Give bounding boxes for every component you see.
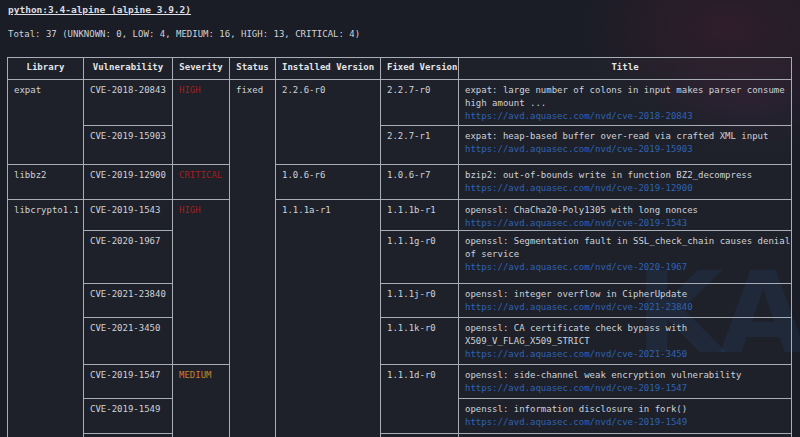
col-header-installed-version: Installed Version	[276, 58, 381, 80]
vulnerability-summary: Total: 37 (UNKNOWN: 0, LOW: 4, MEDIUM: 1…	[8, 29, 360, 39]
advisory-link[interactable]: https://avd.aquasec.com/nvd/cve-2019-154…	[465, 218, 687, 228]
severity-cell: HIGH	[173, 80, 230, 165]
severity-cell: MEDIUM	[173, 365, 230, 437]
vulnerability-id-cell: CVE-2021-23840	[84, 284, 173, 318]
title-cell	[459, 434, 792, 437]
title-cell: openssl: ChaCha20-Poly1305 with long non…	[459, 200, 792, 231]
title-cell: bzip2: out-of-bounds write in function B…	[459, 165, 792, 200]
vulnerability-id-cell: CVE-2020-1967	[84, 231, 173, 284]
col-header-title: Title	[459, 58, 792, 80]
title-cell: openssl: CA certificate check bypass wit…	[459, 318, 792, 365]
title-cell: openssl: Segmentation fault in SSL_check…	[459, 231, 792, 284]
table-row: libcrypto1.1 CVE-2019-1543 HIGH 1.1.1a-r…	[8, 200, 792, 231]
table-row: expat CVE-2018-20843 HIGH fixed 2.2.6-r0…	[8, 80, 792, 126]
installed-version-cell: 2.2.6-r0	[276, 80, 381, 165]
fixed-version-cell: 1.1.1g-r0	[381, 231, 459, 284]
title-text: expat: heap-based buffer over-read via c…	[465, 130, 785, 143]
title-text: openssl: CA certificate check bypass wit…	[465, 322, 785, 335]
installed-version-cell: 1.1.1a-r1	[276, 200, 381, 437]
title-text: openssl: integer overflow in CipherUpdat…	[465, 288, 785, 301]
table-header-row: Library Vulnerability Severity Status In…	[8, 58, 792, 80]
status-cell: fixed	[230, 80, 276, 437]
title-text: of service	[465, 248, 785, 261]
title-text: openssl: side-channel weak encryption vu…	[465, 369, 785, 382]
advisory-link[interactable]: https://avd.aquasec.com/nvd/cve-2019-154…	[465, 383, 687, 393]
vulnerability-id-cell: CVE-2018-20843	[84, 80, 173, 126]
table-row: CVE-2021-3450 1.1.1k-r0 openssl: CA cert…	[8, 318, 792, 365]
advisory-link[interactable]: https://avd.aquasec.com/nvd/cve-2019-129…	[465, 183, 693, 193]
fixed-version-cell: 1.1.1k-r0	[381, 318, 459, 365]
table-row: CVE-2019-15903 2.2.7-r1 expat: heap-base…	[8, 126, 792, 165]
vulnerability-table: Library Vulnerability Severity Status In…	[7, 57, 792, 437]
advisory-link[interactable]: https://avd.aquasec.com/nvd/cve-2018-208…	[465, 111, 693, 121]
fixed-version-cell: 2.2.7-r0	[381, 80, 459, 126]
col-header-severity: Severity	[173, 58, 230, 80]
library-cell: libbz2	[8, 165, 84, 200]
fixed-version-cell: 1.1.1d-r0	[381, 365, 459, 434]
fixed-version-cell: 2.2.7-r1	[381, 126, 459, 165]
vulnerability-id-cell: CVE-2019-1549	[84, 399, 173, 434]
title-text: high amount ...	[465, 97, 785, 110]
title-cell: openssl: integer overflow in CipherUpdat…	[459, 284, 792, 318]
fixed-version-cell: 1.1.1b-r1	[381, 200, 459, 231]
vulnerability-id-cell: CVE-2019-1543	[84, 200, 173, 231]
fixed-version-cell	[381, 434, 459, 437]
title-text: openssl: information disclosure in fork(…	[465, 403, 785, 416]
col-header-status: Status	[230, 58, 276, 80]
col-header-vulnerability: Vulnerability	[84, 58, 173, 80]
vulnerability-id-cell: CVE-2019-1547	[84, 365, 173, 399]
table-row: CVE-2020-1967 1.1.1g-r0 openssl: Segment…	[8, 231, 792, 284]
advisory-link[interactable]: https://avd.aquasec.com/nvd/cve-2020-196…	[465, 262, 687, 272]
fixed-version-cell: 1.1.1j-r0	[381, 284, 459, 318]
scan-target-title: python:3.4-alpine (alpine 3.9.2)	[8, 4, 191, 15]
terminal-output: python:3.4-alpine (alpine 3.9.2) Total: …	[0, 0, 800, 437]
vulnerability-id-cell: CVE-2019-12900	[84, 165, 173, 200]
title-cell: expat: large number of colons in input m…	[459, 80, 792, 126]
severity-cell: CRITICAL	[173, 165, 230, 200]
col-header-library: Library	[8, 58, 84, 80]
title-text: bzip2: out-of-bounds write in function B…	[465, 169, 785, 182]
severity-cell: HIGH	[173, 200, 230, 365]
title-cell: openssl: information disclosure in fork(…	[459, 399, 792, 434]
title-text: expat: large number of colons in input m…	[465, 84, 785, 97]
fixed-version-cell: 1.0.6-r7	[381, 165, 459, 200]
library-cell: expat	[8, 80, 84, 165]
col-header-fixed-version: Fixed Version	[381, 58, 459, 80]
table-row: libbz2 CVE-2019-12900 CRITICAL 1.0.6-r6 …	[8, 165, 792, 200]
title-cell: openssl: side-channel weak encryption vu…	[459, 365, 792, 399]
title-text: openssl: ChaCha20-Poly1305 with long non…	[465, 204, 785, 217]
table-row: CVE-2021-23840 1.1.1j-r0 openssl: intege…	[8, 284, 792, 318]
table-row-partial	[8, 434, 792, 437]
vulnerability-id-cell: CVE-2019-15903	[84, 126, 173, 165]
title-text: X509_V_FLAG_X509_STRICT	[465, 335, 785, 348]
advisory-link[interactable]: https://avd.aquasec.com/nvd/cve-2019-154…	[465, 417, 687, 427]
library-cell: libcrypto1.1	[8, 200, 84, 437]
advisory-link[interactable]: https://avd.aquasec.com/nvd/cve-2021-238…	[465, 302, 693, 312]
title-text: openssl: Segmentation fault in SSL_check…	[465, 235, 785, 248]
title-cell: expat: heap-based buffer over-read via c…	[459, 126, 792, 165]
vulnerability-id-cell: CVE-2021-3450	[84, 318, 173, 365]
advisory-link[interactable]: https://avd.aquasec.com/nvd/cve-2019-159…	[465, 144, 693, 154]
advisory-link[interactable]: https://avd.aquasec.com/nvd/cve-2021-345…	[465, 349, 687, 359]
vulnerability-id-cell	[84, 434, 173, 437]
installed-version-cell: 1.0.6-r6	[276, 165, 381, 200]
table-row: CVE-2019-1547 MEDIUM 1.1.1d-r0 openssl: …	[8, 365, 792, 399]
